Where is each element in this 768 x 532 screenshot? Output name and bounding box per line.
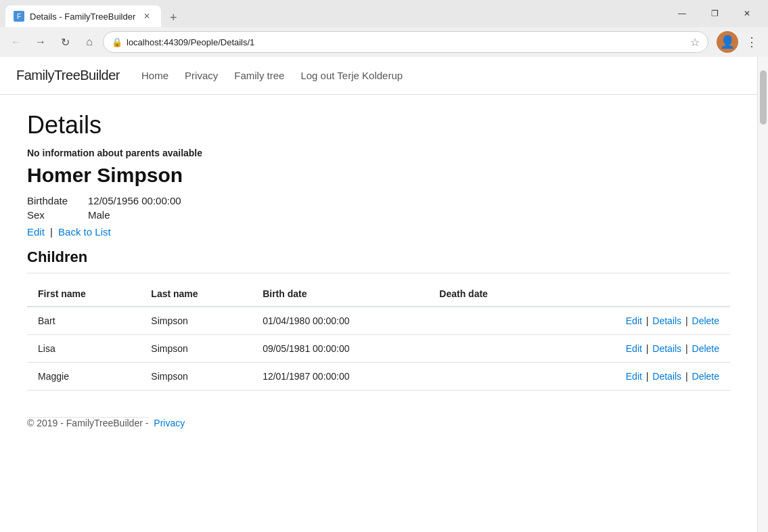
title-bar: F Details - FamilyTreeBuilder ✕ + — ❐ ✕ [0, 0, 768, 27]
person-action-links: Edit | Back to List [27, 226, 730, 238]
back-button[interactable]: ← [5, 31, 27, 53]
row-edit-link-0[interactable]: Edit [626, 315, 642, 326]
table-row: Lisa Simpson 09/05/1981 00:00:00 Edit | … [27, 335, 730, 363]
tab-title: Details - FamilyTreeBuilder [30, 12, 135, 22]
table-body: Bart Simpson 01/04/1980 00:00:00 Edit | … [27, 307, 730, 391]
row-details-link-2[interactable]: Details [652, 371, 681, 382]
nav-link-family-tree[interactable]: Family tree [234, 70, 284, 81]
col-first-name: First name [27, 282, 140, 307]
no-parents-message: No information about parents available [27, 148, 730, 158]
cell-death-date [428, 335, 543, 363]
cell-last-name: Simpson [140, 363, 252, 391]
birthdate-value: 12/05/1956 00:00:00 [88, 195, 181, 206]
row-details-link-0[interactable]: Details [652, 315, 681, 326]
col-death-date: Death date [428, 282, 543, 307]
table-header: First name Last name Birth date Death da… [27, 282, 730, 307]
address-bar: ← → ↻ ⌂ 🔒 localhost:44309/People/Details… [0, 27, 768, 57]
cell-first-name: Lisa [27, 335, 140, 363]
restore-button[interactable]: ❐ [699, 3, 730, 24]
site-logo: FamilyTreeBuilder [16, 68, 120, 83]
row-edit-link-1[interactable]: Edit [626, 343, 642, 354]
cell-birth-date: 01/04/1980 00:00:00 [252, 307, 428, 335]
row-details-link-1[interactable]: Details [652, 343, 681, 354]
table-header-row: First name Last name Birth date Death da… [27, 282, 730, 307]
tab-bar: F Details - FamilyTreeBuilder ✕ + [5, 0, 664, 27]
main-content: Details No information about parents ava… [0, 95, 757, 532]
nav-link-logout[interactable]: Log out Terje Kolderup [300, 70, 403, 81]
cell-birth-date: 12/01/1987 00:00:00 [252, 363, 428, 391]
table-row: Maggie Simpson 12/01/1987 00:00:00 Edit … [27, 363, 730, 391]
col-birth-date: Birth date [252, 282, 428, 307]
active-tab[interactable]: F Details - FamilyTreeBuilder ✕ [5, 5, 161, 27]
page-footer-area: © 2019 - FamilyTreeBuilder - Privacy [27, 418, 730, 428]
col-actions [543, 282, 730, 307]
cell-birth-date: 09/05/1981 00:00:00 [252, 335, 428, 363]
sex-label: Sex [27, 209, 88, 221]
bookmark-icon[interactable]: ☆ [690, 36, 700, 49]
cell-actions: Edit | Details | Delete [543, 335, 730, 363]
children-table: First name Last name Birth date Death da… [27, 282, 730, 391]
forward-button[interactable]: → [30, 31, 51, 53]
row-delete-link-2[interactable]: Delete [692, 371, 719, 382]
back-to-list-link[interactable]: Back to List [58, 226, 111, 238]
row-delete-link-1[interactable]: Delete [692, 343, 719, 354]
cell-last-name: Simpson [140, 307, 252, 335]
browser-frame: F Details - FamilyTreeBuilder ✕ + — ❐ ✕ … [0, 0, 768, 532]
lock-icon: 🔒 [112, 37, 122, 47]
url-text: localhost:44309/People/Details/1 [127, 37, 686, 47]
window-controls: — ❐ ✕ [667, 3, 763, 24]
page-content: FamilyTreeBuilder Home Privacy Family tr… [0, 57, 768, 532]
cell-last-name: Simpson [140, 335, 252, 363]
close-button[interactable]: ✕ [731, 3, 763, 24]
scrollbar-thumb[interactable] [760, 70, 767, 125]
reload-button[interactable]: ↻ [54, 31, 76, 53]
nav-link-privacy[interactable]: Privacy [185, 70, 218, 81]
table-divider [27, 273, 730, 273]
person-name: Homer Simpson [27, 164, 730, 187]
user-profile-avatar[interactable]: 👤 [717, 31, 738, 53]
cell-first-name: Bart [27, 307, 140, 335]
row-delete-link-0[interactable]: Delete [692, 315, 719, 326]
birthdate-label: Birthdate [27, 195, 88, 206]
tab-close-button[interactable]: ✕ [141, 10, 153, 22]
url-bar[interactable]: 🔒 localhost:44309/People/Details/1 ☆ [103, 31, 708, 53]
sex-row: Sex Male [27, 209, 730, 221]
sex-value: Male [88, 209, 110, 221]
table-row: Bart Simpson 01/04/1980 00:00:00 Edit | … [27, 307, 730, 335]
link-separator: | [50, 226, 53, 238]
scrollbar[interactable] [757, 57, 768, 532]
home-button[interactable]: ⌂ [78, 31, 100, 53]
cell-actions: Edit | Details | Delete [543, 307, 730, 335]
edit-link[interactable]: Edit [27, 226, 45, 238]
site-navigation: FamilyTreeBuilder Home Privacy Family tr… [0, 57, 757, 95]
cell-first-name: Maggie [27, 363, 140, 391]
col-last-name: Last name [140, 282, 252, 307]
footer-text: © 2019 - FamilyTreeBuilder - [27, 417, 148, 428]
cell-actions: Edit | Details | Delete [543, 363, 730, 391]
minimize-button[interactable]: — [667, 3, 698, 24]
footer-privacy-link[interactable]: Privacy [154, 418, 185, 428]
children-section-title: Children [27, 248, 730, 266]
page-title: Details [27, 111, 730, 139]
new-tab-button[interactable]: + [164, 8, 183, 27]
more-options-button[interactable]: ⋮ [741, 31, 763, 53]
birthdate-row: Birthdate 12/05/1956 00:00:00 [27, 195, 730, 206]
cell-death-date [428, 307, 543, 335]
nav-link-home[interactable]: Home [141, 70, 168, 81]
cell-death-date [428, 363, 543, 391]
row-edit-link-2[interactable]: Edit [626, 371, 642, 382]
main-area: FamilyTreeBuilder Home Privacy Family tr… [0, 57, 757, 532]
tab-favicon: F [14, 11, 24, 22]
